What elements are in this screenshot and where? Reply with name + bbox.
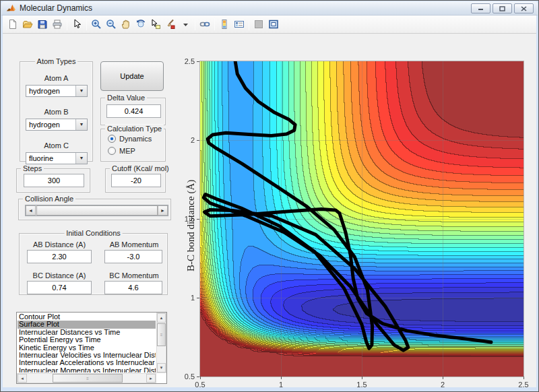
- list-item[interactable]: Potential Energy vs Time: [18, 336, 156, 344]
- slider-thumb[interactable]: [36, 205, 158, 216]
- toolbar: [3, 15, 536, 34]
- close-button[interactable]: [514, 3, 534, 13]
- toolbar-separator: [249, 18, 249, 30]
- zoom-in-icon[interactable]: [89, 17, 104, 32]
- cutoff-panel: Cutoff (Kcal/ mol) -20: [105, 168, 166, 193]
- delta-value-field[interactable]: 0.424: [106, 104, 161, 118]
- steps-field[interactable]: 300: [24, 174, 84, 187]
- data-cursor-icon[interactable]: [148, 17, 163, 32]
- init-label: BC Distance (A): [27, 271, 92, 280]
- toolbar-separator: [86, 18, 87, 30]
- y-tick-mark: [197, 219, 199, 220]
- atom-label: Atom B: [20, 108, 92, 116]
- dock-figure-icon[interactable]: [266, 17, 281, 32]
- legend-icon[interactable]: [232, 17, 247, 32]
- ab-distance-a--field[interactable]: 2.30: [27, 250, 92, 263]
- list-item[interactable]: Internuclear Momenta vs Internuclear Dis…: [18, 367, 156, 372]
- save-icon[interactable]: [35, 17, 50, 32]
- radio-button-icon[interactable]: [108, 135, 116, 143]
- bc-momentum-field[interactable]: 4.6: [104, 281, 162, 294]
- y-tick-mark: [197, 298, 199, 298]
- y-tick-label: 1: [176, 294, 195, 302]
- x-tick-mark: [524, 377, 524, 379]
- dropdown-value: hydrogen: [26, 86, 75, 96]
- radio-dynamics[interactable]: Dynamics: [108, 135, 152, 143]
- x-tick-label: 2.5: [513, 381, 534, 389]
- dropdown-value: fluorine: [26, 153, 75, 164]
- panel-title: Delta Value: [105, 94, 147, 102]
- radio-label: MEP: [119, 147, 135, 155]
- collision-angle-panel: Collision Angle ◄ ►: [18, 199, 171, 220]
- new-document-icon[interactable]: [5, 17, 20, 32]
- y-tick-mark: [197, 377, 199, 377]
- init-label: BC Momentum: [102, 271, 166, 280]
- plot-tools-icon[interactable]: [251, 17, 266, 32]
- maximize-icon: [499, 6, 505, 11]
- brush-icon[interactable]: [163, 17, 178, 32]
- x-tick-mark: [200, 377, 201, 379]
- slider-left-arrow[interactable]: ◄: [26, 205, 36, 216]
- y-tick-label: 0.5: [176, 372, 195, 381]
- x-tick-mark: [443, 377, 443, 379]
- ab-momentum-field[interactable]: -3.0: [104, 250, 162, 263]
- collision-angle-slider[interactable]: ◄ ►: [25, 205, 168, 216]
- vertical-scroll-thumb[interactable]: ≡: [157, 323, 166, 346]
- init-label: AB Distance (A): [27, 240, 92, 249]
- chevron-down-icon[interactable]: ▼: [75, 119, 87, 130]
- matlab-logo-icon: [6, 3, 16, 13]
- plot-type-listbox[interactable]: Contour PlotSurface PlotInternuclear Dis…: [16, 312, 167, 384]
- cutoff-field[interactable]: -20: [111, 174, 161, 187]
- panel-title: Steps: [21, 164, 44, 172]
- radio-button-icon[interactable]: [108, 147, 116, 155]
- scroll-right-button[interactable]: ►: [146, 374, 156, 383]
- scroll-down-button[interactable]: ▼: [157, 363, 166, 372]
- y-tick-mark: [197, 140, 199, 141]
- minimize-button[interactable]: [471, 3, 490, 13]
- radio-mep[interactable]: MEP: [108, 147, 135, 155]
- chevron-down-icon[interactable]: ▼: [75, 153, 87, 164]
- panel-title: Calculation Type: [105, 125, 164, 133]
- dropdown-value: hydrogen: [26, 119, 75, 130]
- panel-title: Atom Types: [35, 57, 78, 65]
- panel-title: Initial Conditions: [64, 229, 123, 237]
- panel-title: Cutoff (Kcal/ mol): [110, 164, 171, 172]
- toolbar-separator: [214, 18, 215, 30]
- atom-c-dropdown[interactable]: fluorine ▼: [26, 152, 88, 164]
- rotate-3d-icon[interactable]: [133, 17, 148, 32]
- y-tick-mark: [197, 61, 199, 62]
- trajectory-overlay: [200, 61, 524, 377]
- open-folder-icon[interactable]: [20, 17, 35, 32]
- brush-dropdown-icon[interactable]: [178, 17, 193, 32]
- calculation-type-panel: Calculation Type Dynamics MEP: [100, 129, 166, 162]
- scroll-left-button[interactable]: ◄: [18, 374, 27, 383]
- link-plots-icon[interactable]: [197, 17, 212, 32]
- cursor-icon[interactable]: [69, 17, 84, 32]
- delta-value-panel: Delta Value 0.424: [100, 98, 166, 125]
- y-axis-label: B-C bond distance (Å): [185, 180, 197, 271]
- title-bar[interactable]: Molecular Dynamics: [1, 1, 538, 15]
- colorbar-icon[interactable]: [217, 17, 232, 32]
- initial-conditions-panel: Initial Conditions AB Distance (A) 2.30A…: [19, 233, 168, 295]
- horizontal-scroll-thumb[interactable]: ≡: [53, 374, 123, 383]
- x-tick-label: 0.5: [190, 381, 210, 389]
- radio-label: Dynamics: [119, 135, 152, 143]
- listbox-vertical-scrollbar[interactable]: ▲ ≡ ▼: [156, 313, 166, 373]
- init-label: AB Momentum: [102, 240, 166, 249]
- atom-a-dropdown[interactable]: hydrogen ▼: [26, 85, 88, 97]
- minimize-icon: [478, 6, 484, 11]
- atom-b-dropdown[interactable]: hydrogen ▼: [26, 119, 88, 131]
- x-tick-mark: [362, 377, 362, 379]
- x-tick-mark: [281, 377, 282, 379]
- panel-title: Collision Angle: [23, 195, 75, 203]
- listbox-horizontal-scrollbar[interactable]: ◄ ≡ ►: [17, 373, 156, 383]
- scroll-up-button[interactable]: ▲: [157, 313, 166, 323]
- toolbar-separator: [195, 18, 195, 30]
- pan-icon[interactable]: [119, 17, 133, 32]
- bc-distance-a--field[interactable]: 0.74: [27, 281, 92, 294]
- zoom-out-icon[interactable]: [104, 17, 119, 32]
- slider-right-arrow[interactable]: ►: [158, 205, 168, 216]
- update-button[interactable]: Update: [100, 61, 164, 91]
- maximize-button[interactable]: [493, 3, 512, 13]
- print-icon[interactable]: [50, 17, 65, 32]
- chevron-down-icon[interactable]: ▼: [75, 86, 87, 96]
